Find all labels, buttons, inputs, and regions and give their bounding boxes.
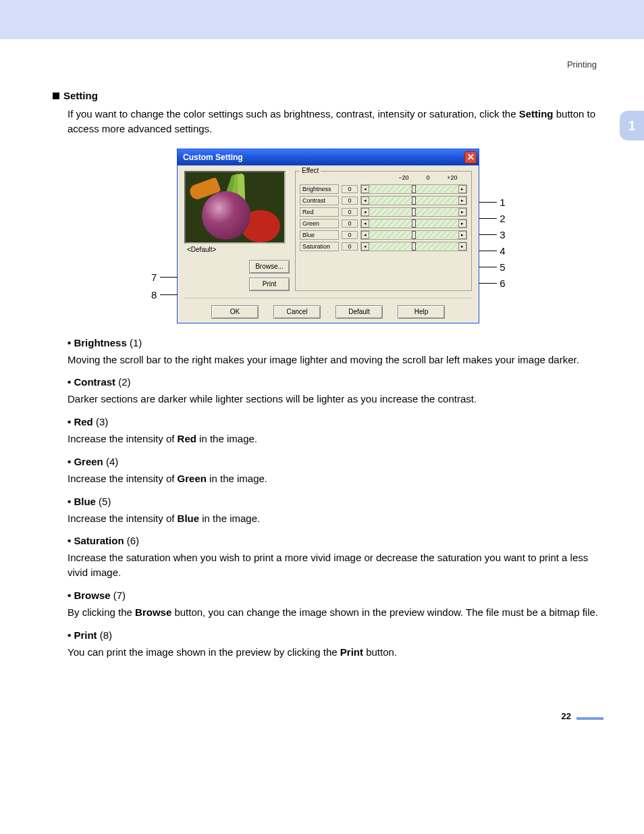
item-contrast-body: Darker sections are darker while lighter… [68,392,603,407]
square-bullet-icon [53,93,59,99]
header-section-label: Printing [53,59,597,70]
section-heading: Setting [53,90,603,101]
intro-paragraph: If you want to change the color settings… [68,107,603,136]
chapter-tab: 1 [620,111,644,140]
item-contrast-head: Contrast (2) [68,376,603,388]
item-red-head: Red (3) [68,416,603,427]
intro-text-a: If you want to change the color settings… [68,108,519,120]
description-list: Brightness (1) Moving the scroll bar to … [68,337,603,660]
item-browse-body: By clicking the Browse button, you can c… [68,605,603,620]
saturation-row: Saturation 0 ◂▸ [300,242,467,251]
brightness-value: 0 [342,185,358,193]
page-footer: 22 [53,700,603,720]
saturation-value: 0 [342,242,358,251]
callout-6: 6 [479,278,506,289]
brightness-label: Brightness [300,184,339,194]
green-row: Green 0 ◂▸ [300,219,467,228]
custom-setting-dialog: Custom Setting ✕ <Default> [177,149,479,323]
item-brightness-head: Brightness (1) [68,337,603,348]
blue-label: Blue [300,230,339,240]
page-number: 22 [562,711,571,721]
item-saturation-head: Saturation (6) [68,535,603,546]
brightness-row: Brightness 0 ◂▸ [300,184,467,194]
ok-button[interactable]: OK [211,305,259,319]
top-banner [0,0,644,39]
red-label: Red [300,207,339,217]
dialog-title: Custom Setting [183,153,243,162]
item-print-body: You can print the image shown in the pre… [68,645,603,660]
intro-text-bold: Setting [519,108,554,120]
callout-8: 8 [151,289,178,301]
browse-button[interactable]: Browse... [249,260,290,273]
green-label: Green [300,219,339,228]
red-slider[interactable]: ◂▸ [360,207,467,217]
contrast-slider[interactable]: ◂▸ [360,196,467,205]
item-saturation-body: Increase the saturation when you wish to… [68,550,603,580]
blue-row: Blue 0 ◂▸ [300,230,467,240]
close-icon[interactable]: ✕ [464,151,477,163]
callout-4: 4 [479,245,506,257]
callout-7: 7 [151,271,178,283]
help-button[interactable]: Help [398,305,445,319]
contrast-row: Contrast 0 ◂▸ [300,196,467,205]
green-value: 0 [342,219,358,228]
slider-scale: −20 0 +20 [300,174,467,182]
item-green-head: Green (4) [68,456,603,467]
red-value: 0 [342,208,358,216]
brightness-slider[interactable]: ◂▸ [360,184,467,194]
effect-legend: Effect [300,167,321,174]
item-blue-body: Increase the intensity of Blue in the im… [68,511,603,526]
effect-group: Effect −20 0 +20 Brightness 0 ◂▸ [295,171,472,291]
contrast-label: Contrast [300,196,339,205]
blue-slider[interactable]: ◂▸ [360,230,467,240]
blue-value: 0 [342,231,358,239]
red-row: Red 0 ◂▸ [300,207,467,217]
item-green-body: Increase the intensity of Green in the i… [68,471,603,486]
callout-5: 5 [479,261,506,273]
print-button[interactable]: Print [249,278,290,291]
saturation-label: Saturation [300,242,339,251]
callout-2: 2 [479,213,506,224]
item-blue-head: Blue (5) [68,496,603,507]
callout-3: 3 [479,229,506,240]
callout-1: 1 [479,197,506,208]
item-brightness-body: Moving the scroll bar to the right makes… [68,353,603,367]
saturation-slider[interactable]: ◂▸ [360,242,467,251]
item-red-body: Increase the intensity of Red in the ima… [68,432,603,446]
preview-image [184,171,286,244]
default-button[interactable]: Default [336,305,383,319]
item-browse-head: Browse (7) [68,590,603,601]
contrast-value: 0 [342,197,358,205]
cancel-button[interactable]: Cancel [273,305,321,319]
preview-default-label: <Default> [187,246,290,253]
footer-accent-bar [576,717,603,720]
item-print-head: Print (8) [68,629,603,641]
section-heading-text: Setting [63,90,98,101]
green-slider[interactable]: ◂▸ [360,219,467,228]
dialog-titlebar: Custom Setting ✕ [178,149,479,165]
